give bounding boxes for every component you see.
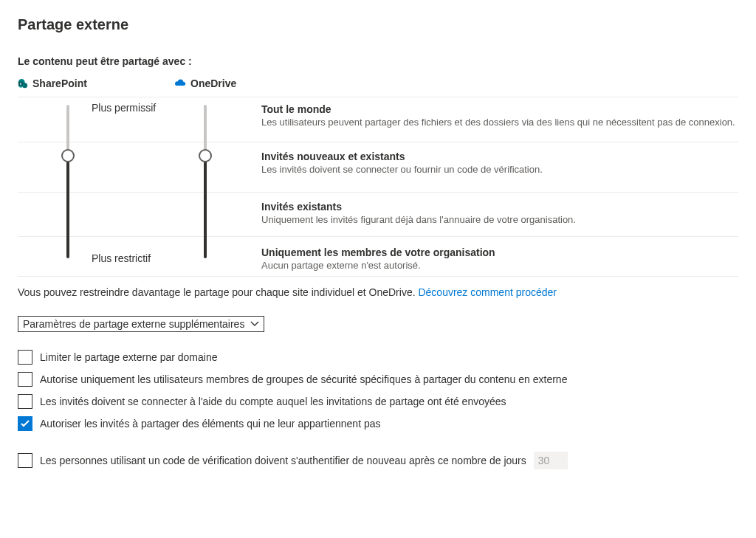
restrict-note-text: Vous pouvez restreindre davantage le par… (18, 286, 418, 298)
label-permissive: Plus permissif (92, 102, 156, 114)
onedrive-slider-thumb[interactable] (199, 149, 212, 162)
platform-onedrive-label: OneDrive (190, 77, 236, 89)
option-existing-guests-title: Invités existants (261, 201, 576, 213)
checkbox-sign-in-account-label: Les invités doivent se connecter à l'aid… (40, 396, 506, 407)
checkbox-limit-domain-label: Limiter le partage externe par domaine (40, 351, 217, 363)
checkbox-security-groups-label: Autorise uniquement les utilisateurs mem… (40, 373, 567, 385)
onedrive-slider-track[interactable] (204, 105, 207, 258)
checkbox-guests-reshare-label: Autoriser les invités à partager des élé… (40, 418, 381, 430)
option-new-guests-title: Invités nouveaux et existants (261, 151, 543, 162)
label-restrictive: Plus restrictif (92, 252, 151, 264)
checkbox-guests-reshare[interactable] (18, 416, 32, 431)
learn-more-link[interactable]: Découvrez comment procéder (418, 286, 557, 298)
platform-sharepoint: S SharePoint (18, 77, 173, 89)
platform-sharepoint-label: SharePoint (32, 77, 87, 89)
checkbox-reauth-days[interactable] (18, 453, 32, 468)
checkbox-sign-in-account[interactable] (18, 394, 32, 409)
platform-onedrive: OneDrive (173, 77, 236, 89)
sharepoint-icon: S (18, 78, 28, 89)
reauth-days-input[interactable] (534, 452, 568, 469)
option-anyone-text: Les utilisateurs peuvent partager des fi… (261, 117, 735, 128)
onedrive-icon (173, 79, 186, 88)
page-title: Partage externe (18, 16, 738, 33)
more-settings-expander[interactable]: Paramètres de partage externe supplément… (18, 316, 264, 332)
sharing-sliders: Plus permissif Plus restrictif Tout le m… (18, 97, 738, 276)
checkbox-limit-domain[interactable] (18, 350, 32, 365)
platform-row: S SharePoint OneDrive (18, 77, 738, 89)
chevron-down-icon (250, 319, 259, 329)
checkbox-security-groups[interactable] (18, 372, 32, 387)
sharepoint-slider-thumb[interactable] (61, 149, 75, 162)
more-settings-label: Paramètres de partage externe supplément… (23, 318, 244, 330)
option-anyone-title: Tout le monde (261, 103, 735, 115)
sharepoint-slider-track[interactable] (66, 105, 69, 258)
option-new-guests-text: Les invités doivent se connecter ou four… (261, 164, 543, 175)
option-org-only-text: Aucun partage externe n'est autorisé. (261, 260, 495, 271)
restrict-note: Vous pouvez restreindre davantage le par… (18, 286, 738, 298)
checkbox-sign-in-account-row: Les invités doivent se connecter à l'aid… (18, 394, 738, 409)
option-existing-guests-text: Uniquement les invités figurant déjà dan… (261, 214, 576, 225)
option-org-only-title: Uniquement les membres de votre organisa… (261, 246, 495, 258)
checkbox-limit-domain-row: Limiter le partage externe par domaine (18, 350, 738, 365)
checkbox-guests-reshare-row: Autoriser les invités à partager des élé… (18, 416, 738, 431)
checkbox-reauth-days-label: Les personnes utilisant un code de vérif… (40, 455, 526, 466)
checkbox-security-groups-row: Autorise uniquement les utilisateurs mem… (18, 372, 738, 387)
checkbox-reauth-days-row: Les personnes utilisant un code de vérif… (18, 452, 738, 469)
share-with-label: Le contenu peut être partagé avec : (18, 55, 738, 67)
